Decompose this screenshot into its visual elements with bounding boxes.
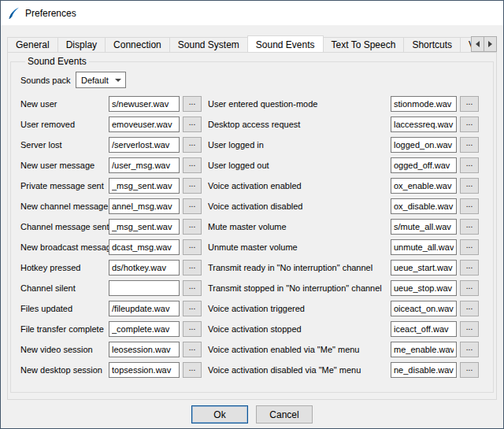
browse-button[interactable]: ... [460, 239, 479, 255]
sound-event-label: Voice activation enabled via "Me" menu [208, 345, 391, 354]
browse-button[interactable]: ... [460, 96, 479, 112]
tab-connection[interactable]: Connection [105, 37, 170, 52]
sound-event-label: Mute master volume [208, 222, 391, 231]
tab-display[interactable]: Display [57, 37, 106, 52]
sound-file-input[interactable] [109, 137, 180, 153]
sound-file-input[interactable] [109, 239, 180, 255]
browse-button[interactable]: ... [183, 362, 202, 378]
sound-event-row: New channel message... [20, 198, 202, 214]
sound-event-row: Unmute master volume... [208, 239, 479, 255]
browse-button[interactable]: ... [183, 301, 202, 316]
sound-file-input[interactable] [391, 178, 457, 194]
sound-event-label: Desktop access request [208, 120, 391, 129]
browse-button[interactable]: ... [183, 137, 202, 153]
browse-button[interactable]: ... [183, 157, 202, 173]
browse-button[interactable]: ... [183, 342, 202, 357]
sound-file-input[interactable] [391, 321, 457, 337]
chevron-down-icon [115, 79, 121, 82]
tab-general[interactable]: General [7, 37, 58, 52]
sound-file-input[interactable] [109, 157, 180, 173]
sound-file-input[interactable] [391, 280, 457, 296]
sound-file-input[interactable] [109, 116, 180, 132]
group-title: Sound Events [25, 56, 89, 67]
sound-event-row: Mute master volume... [208, 219, 479, 235]
browse-button[interactable]: ... [183, 239, 202, 255]
sound-file-input[interactable] [109, 301, 180, 316]
sound-event-row: Transmit stopped in "No interruption" ch… [208, 280, 479, 296]
tab-text-to-speech[interactable]: Text To Speech [323, 37, 405, 52]
browse-button[interactable]: ... [460, 362, 479, 378]
sound-file-input[interactable] [391, 198, 457, 214]
sound-event-row: Voice activation enabled... [208, 178, 479, 194]
sound-file-input[interactable] [391, 260, 457, 276]
sound-event-row: User logged out... [208, 157, 479, 173]
ok-button[interactable]: Ok [191, 405, 248, 423]
right-arrow-icon [488, 41, 492, 47]
browse-button[interactable]: ... [183, 280, 202, 296]
browse-button[interactable]: ... [183, 260, 202, 276]
tab-sound-system[interactable]: Sound System [169, 37, 248, 52]
app-icon [7, 7, 20, 20]
sound-file-input[interactable] [391, 342, 457, 357]
sound-event-label: Unmute master volume [208, 242, 391, 252]
browse-button[interactable]: ... [183, 116, 202, 132]
cancel-button[interactable]: Cancel [256, 405, 313, 423]
sound-file-input[interactable] [391, 116, 457, 132]
browse-button[interactable]: ... [460, 157, 479, 173]
sound-file-input[interactable] [391, 219, 457, 235]
sound-event-label: Voice activation disabled via "Me" menu [208, 365, 391, 375]
sound-event-row: Voice activation stopped... [208, 321, 479, 337]
tab-scroll-right-button[interactable] [484, 36, 497, 52]
browse-button[interactable]: ... [183, 198, 202, 214]
browse-button[interactable]: ... [183, 96, 202, 112]
tab-panel: Sound Events Sounds pack Default New use… [7, 52, 497, 400]
browse-button[interactable]: ... [183, 321, 202, 337]
left-arrow-icon [476, 41, 480, 47]
sound-file-input[interactable] [391, 157, 457, 173]
browse-button[interactable]: ... [460, 178, 479, 194]
sound-event-label: Voice activation stopped [208, 324, 391, 334]
sound-event-label: Files updated [20, 304, 109, 313]
browse-button[interactable]: ... [183, 178, 202, 194]
sound-file-input[interactable] [109, 198, 180, 214]
sound-file-input[interactable] [391, 301, 457, 316]
browse-button[interactable]: ... [460, 280, 479, 296]
tab-bar: GeneralDisplayConnectionSound SystemSoun… [7, 35, 497, 52]
sound-file-input[interactable] [109, 362, 180, 378]
sound-event-row: Voice activation disabled via "Me" menu.… [208, 362, 479, 378]
sound-file-input[interactable] [109, 342, 180, 357]
sound-file-input[interactable] [109, 280, 180, 296]
browse-button[interactable]: ... [460, 301, 479, 316]
browse-button[interactable]: ... [460, 219, 479, 235]
sound-event-row: New video session... [20, 342, 202, 357]
sound-event-row: Voice activation enabled via "Me" menu..… [208, 342, 479, 357]
sound-file-input[interactable] [109, 96, 180, 112]
tab-shortcuts[interactable]: Shortcuts [403, 37, 461, 52]
sound-event-row: User entered question-mode... [208, 96, 479, 112]
sound-file-input[interactable] [109, 260, 180, 276]
sounds-pack-value: Default [81, 76, 109, 85]
window-title: Preferences [25, 8, 76, 19]
browse-button[interactable]: ... [460, 116, 479, 132]
sound-file-input[interactable] [391, 362, 457, 378]
browse-button[interactable]: ... [460, 342, 479, 357]
tab-sound-events[interactable]: Sound Events [247, 35, 324, 52]
browse-button[interactable]: ... [460, 198, 479, 214]
sound-event-row: Server lost... [20, 137, 202, 153]
sound-file-input[interactable] [391, 239, 457, 255]
sound-events-rows: New user...User removed...Server lost...… [20, 96, 484, 383]
sound-file-input[interactable] [109, 321, 180, 337]
titlebar: Preferences [1, 1, 503, 25]
sounds-pack-dropdown[interactable]: Default [76, 72, 126, 88]
browse-button[interactable]: ... [460, 260, 479, 276]
sound-file-input[interactable] [109, 178, 180, 194]
sound-file-input[interactable] [391, 96, 457, 112]
sound-event-label: Transmit stopped in "No interruption" ch… [208, 283, 391, 293]
sound-file-input[interactable] [109, 219, 180, 235]
browse-button[interactable]: ... [460, 137, 479, 153]
browse-button[interactable]: ... [460, 321, 479, 337]
tab-scroll-left-button[interactable] [471, 36, 484, 52]
browse-button[interactable]: ... [183, 219, 202, 235]
sound-event-label: User logged in [208, 140, 391, 150]
sound-file-input[interactable] [391, 137, 457, 153]
